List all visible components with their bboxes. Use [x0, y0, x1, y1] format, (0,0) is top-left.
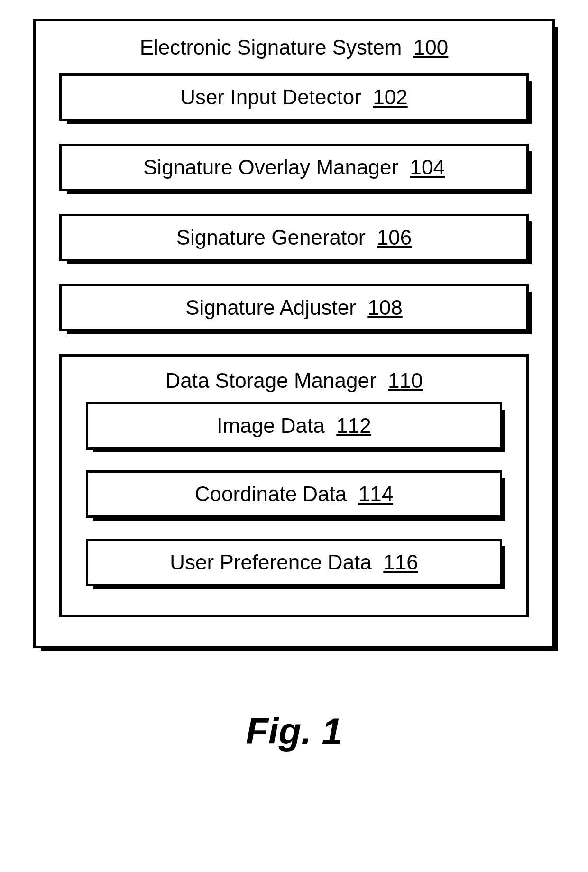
module-text: Signature Adjuster [185, 296, 356, 319]
module-adjuster: Signature Adjuster 108 [59, 284, 529, 331]
module-text: Signature Generator [176, 226, 366, 249]
storage-item-ref: 116 [383, 551, 418, 574]
storage-item-label: Image Data 112 [93, 414, 495, 438]
module-text: Signature Overlay Manager [143, 156, 398, 179]
module-storage-manager: Data Storage Manager 110 Image Data 112 … [59, 354, 529, 617]
system-title-text: Electronic Signature System [140, 36, 402, 59]
system-title: Electronic Signature System 100 [59, 36, 529, 59]
storage-title-text: Data Storage Manager [165, 369, 376, 392]
storage-title: Data Storage Manager 110 [86, 369, 502, 393]
page: Electronic Signature System 100 User Inp… [0, 0, 588, 872]
storage-item-label: User Preference Data 116 [93, 551, 495, 574]
module-overlay-manager: Signature Overlay Manager 104 [59, 144, 529, 191]
storage-title-ref: 110 [388, 369, 423, 392]
module-ref: 106 [377, 226, 412, 249]
system-title-ref: 100 [413, 36, 448, 59]
module-label: Signature Adjuster 108 [66, 296, 522, 320]
figure-caption: Fig. 1 [33, 710, 555, 753]
storage-item-ref: 114 [358, 482, 393, 505]
storage-item-image-data: Image Data 112 [86, 402, 502, 450]
storage-item-text: User Preference Data [170, 551, 372, 574]
module-text: User Input Detector [180, 85, 361, 109]
storage-item-coordinate-data: Coordinate Data 114 [86, 470, 502, 518]
system-box: Electronic Signature System 100 User Inp… [33, 19, 555, 648]
storage-item-preference-data: User Preference Data 116 [86, 539, 502, 586]
diagram-wrap: Electronic Signature System 100 User Inp… [33, 19, 555, 753]
module-ref: 104 [410, 156, 445, 179]
module-ref: 108 [368, 296, 402, 319]
storage-item-label: Coordinate Data 114 [93, 482, 495, 506]
storage-item-text: Image Data [217, 414, 324, 437]
module-ref: 102 [373, 85, 407, 109]
module-label: Signature Overlay Manager 104 [66, 156, 522, 179]
module-user-input-detector: User Input Detector 102 [59, 73, 529, 121]
storage-item-ref: 112 [336, 414, 371, 437]
storage-item-text: Coordinate Data [195, 482, 347, 505]
module-generator: Signature Generator 106 [59, 214, 529, 261]
module-label: Signature Generator 106 [66, 226, 522, 249]
module-label: User Input Detector 102 [66, 85, 522, 109]
